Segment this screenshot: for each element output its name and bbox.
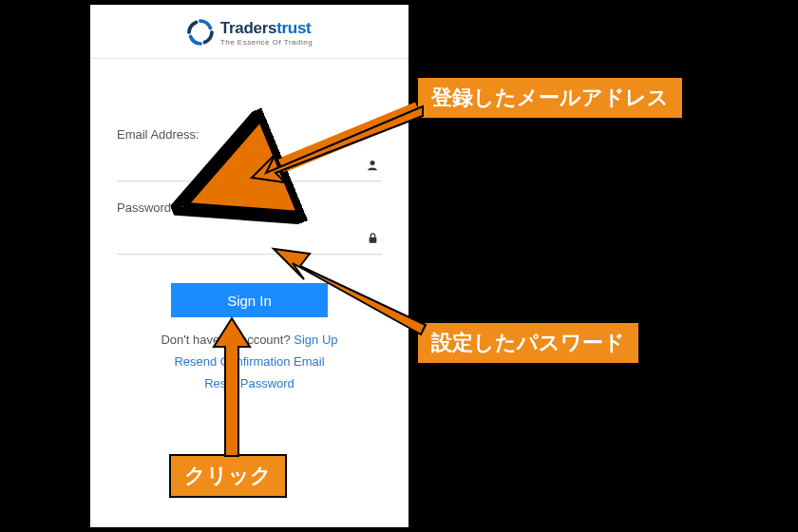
svg-rect-1 [370,237,377,242]
logo-name-blue: trust [276,19,311,37]
svg-point-0 [370,161,375,165]
logo-text: Traderstrust The Essence Of Trading [220,19,313,47]
email-input-row [117,151,382,181]
logo-name-dark: Traders [220,19,276,37]
login-form: Email Address: Password: Sign In Don't h… [90,59,408,393]
lock-icon [368,232,378,246]
email-label: Email Address: [117,127,382,142]
login-page: Traderstrust The Essence Of Trading Emai… [90,5,408,527]
no-account-text: Don't have an account? [161,332,294,347]
logo-tagline: The Essence Of Trading [220,38,313,47]
password-input[interactable] [117,224,359,254]
logo-icon [186,18,215,47]
reset-password-link[interactable]: Reset Password [204,376,294,390]
annotation-click-callout: クリック [169,454,287,498]
password-input-row [117,224,382,255]
email-input[interactable] [117,151,359,180]
signin-button[interactable]: Sign In [171,283,328,317]
signup-link[interactable]: Sign Up [294,332,337,347]
annotation-password-callout: 設定したパスワード [416,321,640,365]
page-header: Traderstrust The Essence Of Trading [90,5,408,59]
annotation-email-callout: 登録したメールアドレス [416,76,684,120]
password-label: Password: [117,200,382,215]
brand-logo: Traderstrust The Essence Of Trading [186,18,313,47]
user-icon [367,159,378,173]
resend-confirmation-link[interactable]: Resend Confirmation Email [174,354,324,369]
auth-links: Don't have an account? Sign Up Resend Co… [117,331,382,393]
